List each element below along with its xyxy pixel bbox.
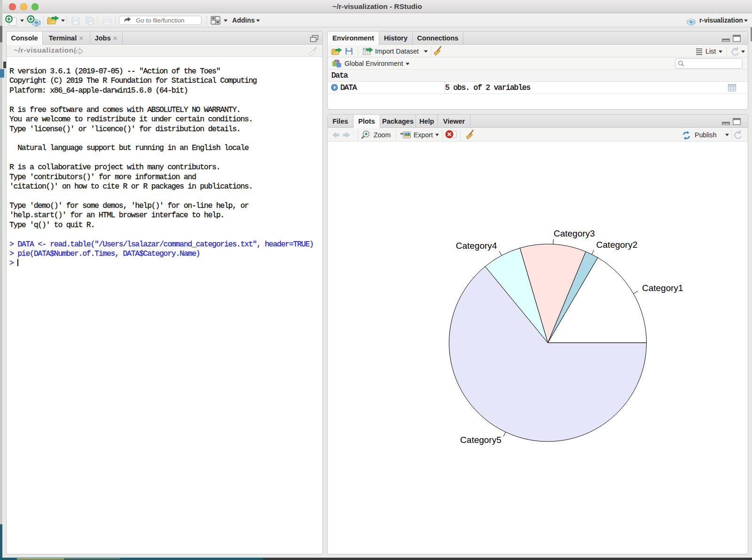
svg-text:Category4: Category4 (456, 241, 497, 251)
svg-text:R: R (35, 20, 38, 24)
svg-text:Category1: Category1 (642, 283, 683, 293)
svg-text:List: List (705, 47, 716, 55)
svg-text:Publish: Publish (695, 131, 717, 139)
svg-text:r-visualization: r-visualization (699, 17, 743, 24)
svg-text:R: R (689, 19, 693, 24)
svg-text:Category2: Category2 (596, 240, 638, 250)
svg-text:Global Environment: Global Environment (345, 60, 403, 67)
svg-text:Import Dataset: Import Dataset (375, 47, 419, 55)
svg-text:Addins: Addins (232, 16, 255, 24)
svg-text:Go to file/function: Go to file/function (136, 17, 184, 24)
svg-text:Category5: Category5 (460, 435, 501, 445)
svg-text:Zoom: Zoom (374, 131, 391, 139)
svg-text:Category3: Category3 (554, 229, 595, 238)
svg-text:Export: Export (414, 131, 433, 139)
